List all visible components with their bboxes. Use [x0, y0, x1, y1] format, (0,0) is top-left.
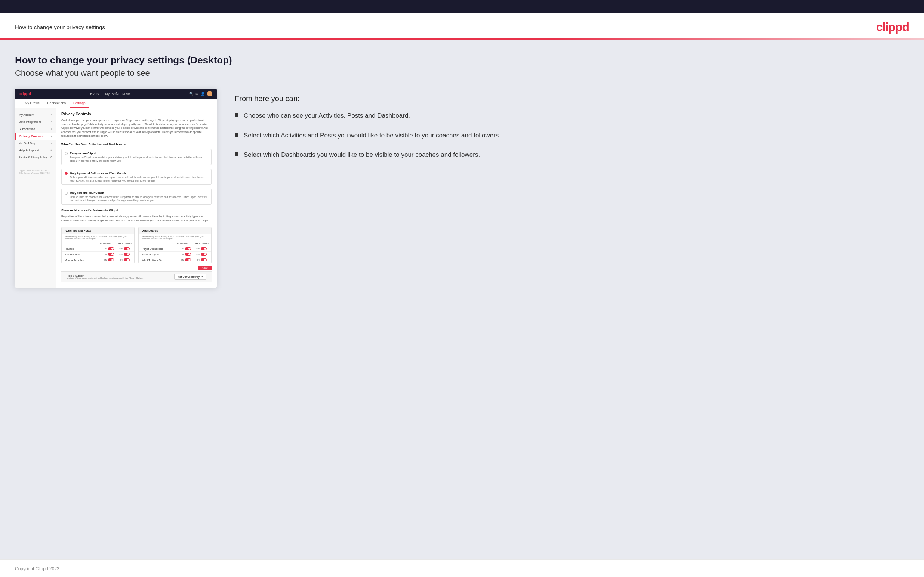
what-to-work-on-label: What To Work On — [142, 259, 177, 261]
user-icon: 👤 — [201, 92, 205, 96]
bullet-item-1: Choose who can see your Activities, Post… — [235, 111, 909, 121]
show-hide-section: Show or hide specific features in Clippd… — [61, 208, 212, 222]
radio-everyone[interactable]: Everyone on Clippd Everyone on Clippd ca… — [61, 149, 212, 165]
avatar-icon — [207, 91, 212, 96]
activities-posts-panel: Activities and Posts Select the types of… — [61, 227, 134, 263]
player-dashboard-label: Player Dashboard — [142, 248, 177, 250]
practice-followers-toggle[interactable]: ON — [118, 253, 131, 256]
bullet-text-3: Select which Dashboards you would like t… — [244, 150, 480, 160]
header: How to change your privacy settings clip… — [0, 13, 924, 39]
radio-circle-approved — [65, 172, 68, 175]
player-dashboard-row: Player Dashboard ON ON — [139, 246, 211, 252]
privacy-controls-desc: Control how you and your data appears to… — [61, 118, 212, 138]
bullet-square-1 — [235, 113, 239, 117]
activities-panel-desc: Select the types of activity that you'd … — [62, 234, 134, 241]
bullet-item-3: Select which Dashboards you would like t… — [235, 150, 909, 160]
main-subtitle: Choose what you want people to see — [15, 68, 909, 78]
app-nav-performance: My Performance — [105, 92, 130, 96]
chevron-icon: › — [51, 121, 52, 123]
sub-nav-settings[interactable]: Settings — [69, 99, 89, 108]
radio-desc-everyone: Everyone on Clippd can search for you an… — [70, 156, 208, 163]
round-insights-followers-toggle[interactable]: ON — [195, 253, 208, 256]
coaches-col-label: COACHES — [99, 242, 113, 245]
top-bar — [0, 0, 924, 13]
copyright-text: Copyright Clippd 2022 — [15, 566, 60, 571]
app-sidebar: My Account › Data Integrations › Subscri… — [15, 108, 56, 288]
sidebar-privacy-controls[interactable]: Privacy Controls › — [15, 132, 56, 140]
save-button[interactable]: Save — [198, 266, 212, 271]
bullet-square-3 — [235, 152, 239, 156]
what-to-work-on-row: What To Work On ON ON — [139, 257, 211, 263]
chevron-icon: › — [51, 142, 52, 145]
app-logo: clippd — [19, 92, 31, 96]
app-nav-icons: 🔍 ⊞ 👤 — [189, 91, 212, 96]
app-body: My Account › Data Integrations › Subscri… — [15, 108, 217, 288]
main-content: How to change your privacy settings (Des… — [0, 40, 924, 559]
round-insights-row: Round Insights ON ON — [139, 252, 211, 257]
app-main-panel: Privacy Controls Control how you and you… — [56, 108, 217, 288]
player-dash-followers-toggle[interactable]: ON — [195, 247, 208, 250]
manual-coaches-toggle[interactable]: ON — [102, 258, 115, 261]
radio-circle-only-you — [65, 192, 68, 195]
content-row: clippd Home My Performance 🔍 ⊞ 👤 My Prof… — [15, 89, 909, 288]
activities-table-header: COACHES FOLLOWERS — [62, 241, 134, 246]
rounds-row: Rounds ON ON — [62, 246, 134, 252]
controls-panels-row: Activities and Posts Select the types of… — [61, 227, 212, 263]
bullet-item-2: Select which Activities and Posts you wo… — [235, 131, 909, 140]
radio-only-you[interactable]: Only You and Your Coach Only you and the… — [61, 189, 212, 205]
manual-followers-toggle[interactable]: ON — [118, 258, 131, 261]
bullet-text-1: Choose who can see your Activities, Post… — [244, 111, 410, 121]
app-nav-home: Home — [90, 92, 99, 96]
radio-approved-followers[interactable]: Only Approved Followers and Your Coach O… — [61, 169, 212, 185]
radio-circle-everyone — [65, 152, 68, 155]
rounds-label: Rounds — [65, 248, 100, 250]
sidebar-data-integrations[interactable]: Data Integrations › — [15, 118, 56, 126]
chevron-icon: › — [51, 135, 52, 137]
radio-desc-only-you: Only you and the coaches you connect wit… — [70, 195, 208, 202]
privacy-controls-title: Privacy Controls — [61, 112, 212, 116]
sidebar-version: Clippd Client Version: 2022.8.2SQL Serve… — [15, 166, 56, 177]
rounds-coaches-toggle[interactable]: ON — [102, 247, 115, 250]
bullet-list: Choose who can see your Activities, Post… — [235, 111, 909, 160]
practice-drills-label: Practice Drills — [65, 253, 100, 256]
round-insights-coaches-toggle[interactable]: ON — [179, 253, 192, 256]
dash-coaches-col-label: COACHES — [176, 242, 189, 245]
sub-nav-my-profile[interactable]: My Profile — [21, 99, 44, 108]
work-on-coaches-toggle[interactable]: ON — [179, 258, 192, 261]
footer: Copyright Clippd 2022 — [0, 559, 924, 577]
info-panel: From here you can: Choose who can see yo… — [235, 89, 909, 170]
bullet-text-2: Select which Activities and Posts you wo… — [244, 131, 501, 140]
sidebar-service-privacy[interactable]: Service & Privacy Policy ↗ — [15, 154, 56, 161]
header-title: How to change your privacy settings — [15, 24, 105, 30]
chevron-icon: ↗ — [50, 156, 52, 159]
grid-icon: ⊞ — [195, 92, 199, 96]
who-can-see-title: Who Can See Your Activities and Dashboar… — [61, 143, 212, 146]
dashboards-panel-header: Dashboards — [139, 227, 211, 234]
info-heading: From here you can: — [235, 95, 909, 103]
dashboards-table-header: COACHES FOLLOWERS — [139, 241, 211, 246]
external-link-icon: ↗ — [201, 275, 203, 278]
bullet-square-2 — [235, 133, 239, 137]
dashboards-panel-desc: Select the types of activity that you'd … — [139, 234, 211, 241]
help-desc: Visit our Clippd community to troublesho… — [66, 277, 145, 279]
rounds-followers-toggle[interactable]: ON — [118, 247, 131, 250]
sidebar-help-support[interactable]: Help & Support ↗ — [15, 147, 56, 154]
round-insights-label: Round Insights — [142, 253, 177, 256]
help-bar: Help & Support Visit our Clippd communit… — [61, 271, 212, 282]
logo: clippd — [876, 20, 909, 34]
visit-community-button[interactable]: Visit Our Community ↗ — [174, 274, 206, 280]
app-sub-nav: My Profile Connections Settings — [15, 99, 217, 108]
screenshot-mockup: clippd Home My Performance 🔍 ⊞ 👤 My Prof… — [15, 89, 217, 288]
manual-activities-row: Manual Activities ON ON — [62, 257, 134, 263]
app-nav-links: Home My Performance — [90, 92, 130, 96]
sidebar-my-account[interactable]: My Account › — [15, 111, 56, 118]
radio-label-everyone: Everyone on Clippd — [70, 152, 208, 155]
sidebar-subscription[interactable]: Subscription › — [15, 126, 56, 132]
help-title: Help & Support — [66, 274, 145, 277]
sub-nav-connections[interactable]: Connections — [44, 99, 69, 108]
player-dash-coaches-toggle[interactable]: ON — [179, 247, 192, 250]
search-icon: 🔍 — [189, 92, 193, 96]
work-on-followers-toggle[interactable]: ON — [195, 258, 208, 261]
practice-coaches-toggle[interactable]: ON — [102, 253, 115, 256]
sidebar-my-golf-bag[interactable]: My Golf Bag › — [15, 140, 56, 147]
